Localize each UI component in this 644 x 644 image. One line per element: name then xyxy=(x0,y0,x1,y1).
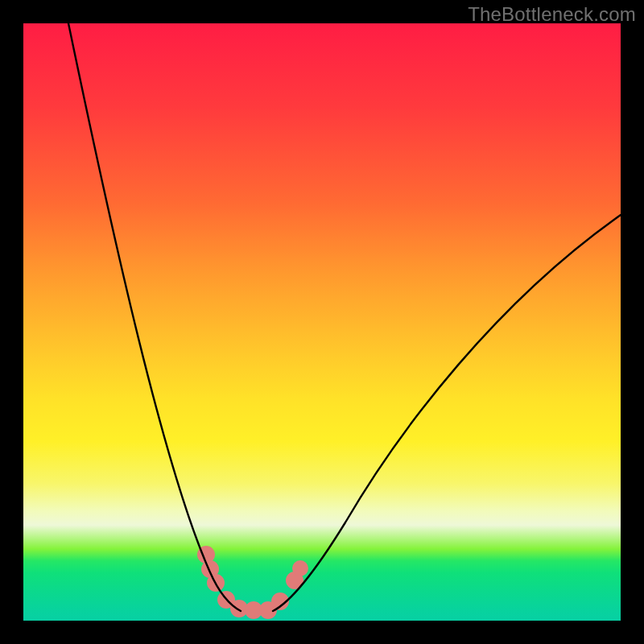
curve-layer xyxy=(23,23,621,621)
plot-area xyxy=(23,23,621,621)
right-bottleneck-curve xyxy=(273,215,621,611)
watermark-text: TheBottleneck.com xyxy=(468,3,636,26)
trough-marker xyxy=(292,560,308,576)
left-bottleneck-curve xyxy=(68,23,241,611)
chart-frame: TheBottleneck.com xyxy=(0,0,644,644)
trough-marker-cluster xyxy=(197,546,308,619)
